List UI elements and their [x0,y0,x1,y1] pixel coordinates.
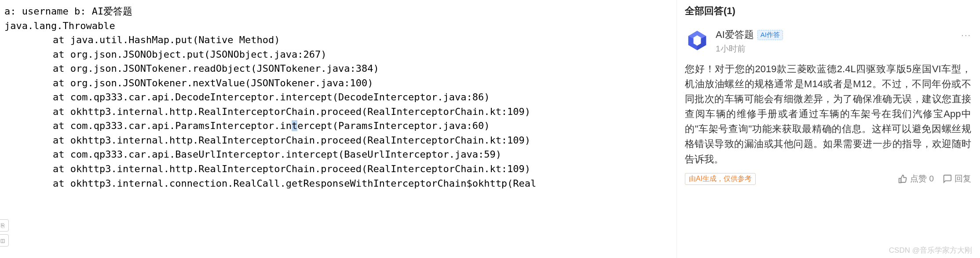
stack-trace-line: at okhttp3.internal.http.RealInterceptor… [4,105,668,119]
stack-trace-line: at java.util.HashMap.put(Native Method) [4,33,668,48]
gutter-icon-1[interactable]: ⎘ [0,219,9,232]
more-button[interactable]: ··· [961,30,971,40]
timestamp: 1小时前 [716,43,783,55]
gutter-icons: ⎘ ◫ [0,219,9,249]
ai-badge: AI作答 [757,30,783,40]
gutter-icon-2[interactable]: ◫ [0,234,9,247]
author-block: AI爱答题 AI作答 1小时前 [716,28,783,55]
stack-trace-line: at org.json.JSONObject.put(JSONObject.ja… [4,48,668,62]
author-name[interactable]: AI爱答题 [716,28,754,41]
text-cursor: t [292,120,297,131]
code-line: java.lang.Throwable [4,19,668,33]
stack-trace-line: at com.qp333.car.api.BaseUrlInterceptor.… [4,147,668,162]
watermark: CSDN @音乐学家方大刚 [889,245,972,255]
stack-trace-line: at okhttp3.internal.http.RealInterceptor… [4,162,668,177]
code-line: a: username b: AI爱答题 [4,4,668,19]
stack-trace-line: at com.qp333.car.api.ParamsInterceptor.i… [4,119,668,133]
answers-panel: 全部回答(1) AI爱答题 AI作答 1小时前 ··· 您好！对于您的2019款… [676,0,980,258]
reply-label: 回复 [954,173,971,184]
like-count: 0 [929,174,934,184]
stack-trace-line: at okhttp3.internal.http.RealInterceptor… [4,133,668,148]
answer-actions: 点赞 0 回复 [898,173,971,184]
stack-trace-line: at org.json.JSONTokener.readObject(JSONT… [4,62,668,76]
like-button[interactable]: 点赞 0 [898,173,934,184]
stack-trace-line: at org.json.JSONTokener.nextValue(JSONTo… [4,76,668,91]
comment-icon [943,174,952,184]
code-panel: ⎘ ◫ a: username b: AI爱答题 java.lang.Throw… [0,0,676,258]
ai-disclaimer: 由AI生成，仅供参考 [685,173,756,185]
reply-button[interactable]: 回复 [943,173,971,184]
avatar[interactable] [685,28,709,53]
like-label: 点赞 [910,173,927,184]
answer-body: 您好！对于您的2019款三菱欧蓝德2.4L四驱致享版5座国VI车型，机油放油螺丝… [685,59,971,172]
answers-header: 全部回答(1) [685,4,971,23]
answer-footer: 由AI生成，仅供参考 点赞 0 回复 [685,173,971,185]
thumbs-up-icon [898,174,908,184]
stack-trace-line: at com.qp333.car.api.DecodeInterceptor.i… [4,90,668,105]
stack-trace-line: at okhttp3.internal.connection.RealCall.… [4,177,668,191]
answer-header: AI爱答题 AI作答 1小时前 ··· [685,23,971,59]
ai-avatar-icon [685,29,709,52]
